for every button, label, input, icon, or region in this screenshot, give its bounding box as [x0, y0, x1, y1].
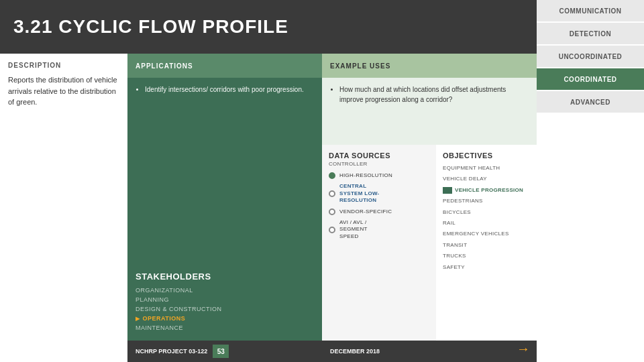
data-sources-sub: CONTROLLER [329, 161, 429, 167]
ds-item-avi: AVI / AVL /SEGMENTSPEED [329, 219, 429, 240]
dot-filled-1 [329, 172, 335, 179]
example-uses-content: How much and at which locations did offs… [322, 78, 537, 145]
description-label: DESCRIPTION [8, 62, 119, 69]
sidebar-item-communication[interactable]: COMMUNICATION [537, 0, 644, 21]
application-item-1: Identify intersections/ corridors with p… [145, 84, 314, 95]
description-text: Reports the distribution of vehicle arri… [8, 74, 119, 108]
december-footer: DECEMBER 2018 [322, 341, 537, 362]
applications-label: APPLICATIONS [136, 62, 193, 70]
applications-header: APPLICATIONS [127, 54, 322, 78]
obj-vehicle-progression: VEHICLE PROGRESSION [443, 187, 530, 194]
obj-equipment-health: EQUIPMENT HEALTH [443, 165, 530, 172]
obj-safety: SAFETY [443, 264, 530, 271]
stakeholder-design: DESIGN & CONSTRUCTION [136, 306, 314, 312]
dot-outline-3 [329, 227, 335, 233]
date-label: DECEMBER 2018 [330, 348, 380, 355]
example-uses-header: EXAMPLE USES [322, 54, 537, 78]
obj-trucks: TRUCKS [443, 253, 530, 259]
obj-bicycles: BICYCLES [443, 209, 530, 216]
obj-transit: TRANSIT [443, 242, 530, 249]
bottom-right: DATA SOURCES CONTROLLER HIGH-RESOLUTION … [322, 145, 537, 341]
sidebar-item-advanced[interactable]: ADVANCED [537, 91, 644, 113]
nchrp-label: NCHRP PROJECT 03-122 [136, 348, 207, 355]
dot-outline-2 [329, 208, 335, 215]
example-uses-item-1: How much and at which locations did offs… [339, 84, 529, 105]
right-panel: EXAMPLE USES How much and at which locat… [322, 54, 537, 362]
ds-label-avi: AVI / AVL /SEGMENTSPEED [339, 219, 368, 240]
ds-item-central: CENTRALSYSTEM LOW-RESOLUTION [329, 183, 429, 204]
page-header: 3.21 CYCLIC FLOW PROFILE [0, 0, 537, 54]
obj-pedestrians: PEDESTRIANS [443, 198, 530, 204]
applications-content: Identify intersections/ corridors with p… [127, 78, 322, 265]
page-number: 53 [213, 345, 229, 358]
obj-vehicle-delay: VEHICLE DELAY [443, 176, 530, 182]
right-sidebar: COMMUNICATION DETECTION UNCOORDINATED CO… [537, 0, 644, 362]
objectives-header: OBJECTIVES [443, 152, 530, 160]
ds-item-high-res: HIGH-RESOLUTION [329, 172, 429, 179]
main-content: 3.21 CYCLIC FLOW PROFILE DESCRIPTION Rep… [0, 0, 537, 362]
stakeholders-header: STAKEHOLDERS [136, 272, 314, 282]
ds-label-vendor: VENDOR-SPECIFIC [339, 208, 392, 215]
sidebar-item-coordinated[interactable]: COORDINATED [537, 68, 644, 90]
stakeholder-operations: OPERATIONS [136, 315, 314, 322]
ds-label-central: CENTRALSYSTEM LOW-RESOLUTION [339, 183, 380, 204]
page-title: 3.21 CYCLIC FLOW PROFILE [13, 16, 288, 38]
stakeholders-section: STAKEHOLDERS ORGANIZATIONAL PLANNING DES… [127, 265, 322, 341]
sidebar-item-uncoordinated[interactable]: UNCOORDINATED [537, 46, 644, 67]
content-area: DESCRIPTION Reports the distribution of … [0, 54, 537, 362]
stakeholder-planning: PLANNING [136, 296, 314, 303]
stakeholder-organizational: ORGANIZATIONAL [136, 287, 314, 294]
data-sources-panel: DATA SOURCES CONTROLLER HIGH-RESOLUTION … [322, 145, 436, 341]
obj-rail: RAIL [443, 220, 530, 227]
sidebar-item-detection[interactable]: DETECTION [537, 23, 644, 44]
obj-emergency: EMERGENCY VEHICLES [443, 231, 530, 237]
nchrp-footer: NCHRP PROJECT 03-122 53 [127, 341, 322, 362]
stakeholder-maintenance: MAINTENANCE [136, 324, 314, 331]
data-sources-header: DATA SOURCES [329, 152, 429, 160]
arrow-icon[interactable]: → [517, 341, 530, 357]
description-panel: DESCRIPTION Reports the distribution of … [0, 54, 127, 362]
objectives-panel: OBJECTIVES EQUIPMENT HEALTH VEHICLE DELA… [436, 145, 537, 341]
middle-panel: APPLICATIONS Identify intersections/ cor… [127, 54, 322, 362]
ds-label-high-res: HIGH-RESOLUTION [339, 172, 392, 179]
example-uses-label: EXAMPLE USES [330, 62, 390, 70]
highlight-rect [443, 187, 452, 194]
ds-item-vendor: VENDOR-SPECIFIC [329, 208, 429, 215]
dot-outline-1 [329, 190, 335, 197]
